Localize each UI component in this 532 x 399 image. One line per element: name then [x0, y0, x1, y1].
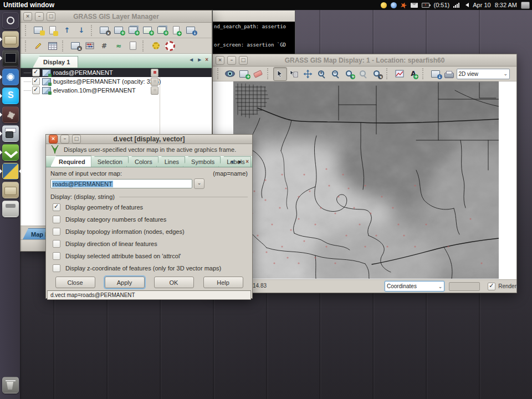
tab-colors[interactable]: Colors — [126, 156, 158, 167]
add-raster-button[interactable] — [111, 23, 126, 37]
erase-display-button[interactable] — [251, 67, 265, 81]
removable-drive-icon[interactable] — [2, 201, 19, 217]
option-category-numbers[interactable]: Display category numbers of features — [53, 216, 248, 223]
tab-close-icon[interactable]: × — [205, 57, 208, 63]
analyze-menu-button[interactable] — [392, 67, 406, 81]
render-checkbox[interactable] — [488, 283, 495, 290]
layer-checkbox[interactable] — [32, 78, 40, 85]
minimize-button[interactable]: – — [60, 135, 69, 144]
tab-next-icon[interactable]: ► — [197, 57, 202, 63]
system-tool-icon[interactable] — [2, 106, 19, 123]
tab-close-icon[interactable]: × — [245, 158, 249, 165]
option-topology[interactable]: Display topology information (nodes, edg… — [53, 228, 248, 236]
close-button[interactable]: × — [216, 56, 224, 65]
statusbar-mode-select[interactable]: Coordinates ⌄ — [385, 281, 444, 291]
tab-required[interactable]: Required — [50, 156, 91, 167]
option-checkbox[interactable] — [53, 216, 60, 223]
layer-row-bugsites[interactable]: bugsites@PERMANENT (opacity: 32%) — [21, 77, 212, 86]
grass-gis-icon[interactable] — [2, 144, 19, 161]
message-indicator-icon[interactable] — [411, 3, 418, 8]
dialog-titlebar[interactable]: d.vect [display, vector] × – □ — [46, 135, 252, 144]
vector-map-input[interactable]: roads@PERMANENT — [50, 179, 192, 188]
layer-row-roads[interactable]: roads@PERMANENT — [21, 68, 212, 77]
tab-next-icon[interactable]: ► — [237, 158, 243, 165]
layer-checkbox[interactable] — [32, 86, 40, 94]
zoom-extent-button[interactable] — [342, 67, 356, 81]
toolbar-grip[interactable] — [25, 40, 29, 52]
option-checkbox[interactable] — [53, 264, 60, 272]
toolbar-grip[interactable] — [25, 25, 29, 36]
tab-display-1[interactable]: Display 1 — [33, 56, 78, 68]
python-icon[interactable] — [2, 163, 19, 180]
graphical-modeler-button[interactable]: # — [97, 39, 111, 53]
zoom-last-button[interactable] — [356, 67, 370, 81]
folder-icon[interactable] — [2, 182, 19, 198]
close-button[interactable]: × — [49, 135, 58, 144]
toolbar-grip[interactable] — [91, 25, 95, 36]
dash-home-icon[interactable] — [2, 12, 19, 29]
layer-row-button[interactable] — [151, 69, 158, 77]
apply-button[interactable]: Apply — [105, 277, 145, 288]
minimize-button[interactable]: – — [227, 56, 236, 65]
tab-symbols[interactable]: Symbols — [183, 156, 221, 167]
maximize-button[interactable]: □ — [239, 56, 248, 65]
option-geometry[interactable]: Display geometry of features — [53, 203, 248, 211]
georectify-button[interactable]: ≈ — [111, 39, 126, 53]
network-signal-icon[interactable] — [453, 3, 459, 8]
session-menu-icon[interactable] — [521, 2, 530, 9]
attribute-table-button[interactable] — [45, 39, 60, 53]
add-group-button[interactable] — [183, 23, 198, 37]
help-dialog-button[interactable]: Help — [203, 277, 243, 288]
chromium-icon[interactable] — [2, 69, 19, 85]
pointer-button[interactable] — [273, 67, 287, 81]
toolbar-grip[interactable] — [267, 68, 271, 79]
clock-label[interactable]: 8:32 AM — [495, 2, 517, 8]
tab-prev-icon[interactable]: ◄ — [188, 57, 194, 63]
digitize-button[interactable] — [31, 39, 45, 53]
settings-button[interactable] — [149, 39, 163, 53]
new-display-window-button[interactable] — [68, 39, 83, 53]
layer-row-elevation[interactable]: elevation.10m@PERMANENT — [21, 86, 212, 95]
update-indicator-icon[interactable] — [400, 1, 408, 9]
layer-row-button[interactable] — [151, 78, 158, 86]
tab-prev-icon[interactable]: ◄ — [229, 158, 234, 165]
map-display-titlebar[interactable]: GRASS GIS Map Display: 1 - Location: spe… — [213, 54, 516, 66]
map-calculator-button[interactable] — [83, 39, 97, 53]
toolbar-grip[interactable] — [142, 40, 146, 52]
option-checkbox[interactable] — [53, 240, 60, 248]
save-workspace-button[interactable]: ↓ — [74, 23, 89, 37]
weather-indicator-icon[interactable] — [391, 2, 397, 8]
zoom-menu-button[interactable] — [370, 67, 384, 81]
battery-icon[interactable] — [422, 3, 429, 8]
render-map-button[interactable] — [237, 67, 251, 81]
add-vector-misc-button[interactable] — [155, 23, 169, 37]
option-zcoordinate[interactable]: Display z-coordinate of features (only f… — [53, 264, 248, 272]
maximize-button[interactable]: □ — [72, 135, 81, 144]
toolbar-grip[interactable] — [62, 40, 66, 52]
map-canvas[interactable] — [213, 81, 516, 279]
add-multiple-layers-button[interactable] — [97, 23, 111, 37]
toolbar-grip[interactable] — [217, 68, 221, 79]
app-indicator-icon[interactable] — [381, 2, 387, 8]
help-button[interactable] — [163, 39, 177, 53]
add-raster-misc-button[interactable] — [126, 23, 140, 37]
option-attribute[interactable]: Display selected attribute based on 'att… — [53, 252, 248, 260]
tab-lines[interactable]: Lines — [156, 156, 185, 167]
option-checkbox[interactable] — [53, 228, 60, 236]
add-overlay-button[interactable]: A — [406, 67, 420, 81]
option-checkbox[interactable] — [53, 252, 60, 260]
ok-button[interactable]: OK — [154, 277, 194, 288]
add-vector-button[interactable] — [140, 23, 155, 37]
tab-selection[interactable]: Selection — [89, 156, 129, 167]
load-workspace-button[interactable]: ↑ — [60, 23, 74, 37]
layer-row-button[interactable] — [151, 86, 158, 95]
skype-icon[interactable] — [2, 88, 19, 104]
zoom-in-button[interactable]: + — [315, 67, 329, 81]
view-mode-select[interactable]: 2D view ⌄ — [457, 69, 510, 79]
layer-checkbox[interactable] — [32, 69, 40, 76]
new-display-button[interactable] — [31, 23, 45, 37]
terminal-titlebar[interactable] — [213, 11, 295, 22]
date-label[interactable]: Apr 10 — [473, 2, 490, 8]
python-script-button[interactable] — [126, 39, 140, 53]
screenshot-icon[interactable] — [2, 125, 19, 142]
